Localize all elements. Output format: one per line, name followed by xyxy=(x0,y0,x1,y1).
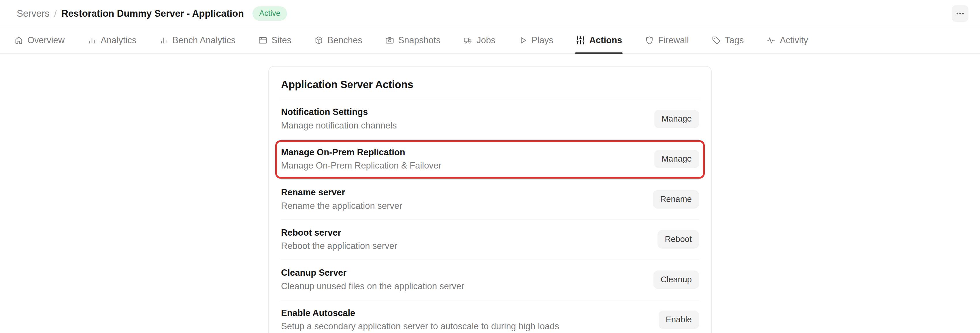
action-text: Cleanup Server Cleanup unused files on t… xyxy=(281,267,465,292)
action-row-rename-server: Rename server Rename the application ser… xyxy=(281,180,699,220)
main-content: Application Server Actions Notification … xyxy=(0,54,980,333)
panel-title: Application Server Actions xyxy=(281,67,699,99)
action-description: Rename the application server xyxy=(281,200,402,212)
action-title: Rename server xyxy=(281,187,402,198)
action-title: Cleanup Server xyxy=(281,267,465,279)
action-description: Reboot the application server xyxy=(281,241,397,252)
tab-firewall[interactable]: Firewall xyxy=(644,27,689,53)
tab-activity[interactable]: Activity xyxy=(766,27,808,53)
ellipsis-icon xyxy=(955,9,965,18)
tab-bar: Overview Analytics Bench Analytics Sites… xyxy=(0,27,980,54)
tab-bench-analytics[interactable]: Bench Analytics xyxy=(159,27,235,53)
bar-chart-icon xyxy=(87,35,97,45)
tab-actions[interactable]: Actions xyxy=(576,27,622,53)
server-actions-panel: Application Server Actions Notification … xyxy=(268,66,712,333)
tab-plays[interactable]: Plays xyxy=(518,27,554,53)
play-icon xyxy=(518,35,528,45)
tab-sites[interactable]: Sites xyxy=(258,27,291,53)
reboot-button[interactable]: Reboot xyxy=(657,230,699,249)
tab-analytics[interactable]: Analytics xyxy=(87,27,136,53)
shield-icon xyxy=(644,35,654,45)
tab-tags[interactable]: Tags xyxy=(711,27,744,53)
truck-icon xyxy=(463,35,473,45)
action-row-notification-settings: Notification Settings Manage notificatio… xyxy=(281,99,699,140)
more-options-button[interactable] xyxy=(952,5,969,22)
action-title: Manage On-Prem Replication xyxy=(281,147,442,158)
breadcrumb-separator: / xyxy=(54,8,57,19)
tab-jobs[interactable]: Jobs xyxy=(463,27,495,53)
action-title: Enable Autoscale xyxy=(281,308,559,319)
browser-window-icon xyxy=(258,35,268,45)
action-description: Manage On-Prem Replication & Failover xyxy=(281,160,442,171)
action-text: Rename server Rename the application ser… xyxy=(281,187,402,212)
tab-benches[interactable]: Benches xyxy=(314,27,362,53)
action-description: Manage notification channels xyxy=(281,120,397,132)
tab-overview[interactable]: Overview xyxy=(14,27,65,53)
page-title: Restoration Dummy Server - Application xyxy=(61,8,244,19)
action-text: Notification Settings Manage notificatio… xyxy=(281,106,397,132)
home-icon xyxy=(14,35,24,45)
manage-button[interactable]: Manage xyxy=(654,150,699,168)
sliders-icon xyxy=(576,35,585,45)
action-row-cleanup-server: Cleanup Server Cleanup unused files on t… xyxy=(281,260,699,300)
action-description: Cleanup unused files on the application … xyxy=(281,281,465,292)
action-row-enable-autoscale: Enable Autoscale Setup a secondary appli… xyxy=(281,300,699,333)
action-title: Reboot server xyxy=(281,227,397,238)
package-icon xyxy=(314,35,324,45)
cleanup-button[interactable]: Cleanup xyxy=(654,271,699,289)
action-description: Setup a secondary application server to … xyxy=(281,321,559,332)
action-text: Reboot server Reboot the application ser… xyxy=(281,227,397,252)
action-text: Enable Autoscale Setup a secondary appli… xyxy=(281,308,559,332)
camera-icon xyxy=(385,35,395,45)
action-row-reboot-server: Reboot server Reboot the application ser… xyxy=(281,220,699,260)
bar-chart-icon xyxy=(159,35,169,45)
activity-icon xyxy=(766,35,776,45)
breadcrumb-parent-link[interactable]: Servers xyxy=(17,8,49,19)
status-badge: Active xyxy=(253,6,287,21)
action-text: Manage On-Prem Replication Manage On-Pre… xyxy=(281,147,442,172)
actions-list: Notification Settings Manage notificatio… xyxy=(281,99,699,333)
action-title: Notification Settings xyxy=(281,106,397,118)
action-row-manage-on-prem-replication: Manage On-Prem Replication Manage On-Pre… xyxy=(281,140,699,180)
manage-button[interactable]: Manage xyxy=(654,110,699,128)
breadcrumb: Servers / Restoration Dummy Server - App… xyxy=(17,6,287,21)
page-header: Servers / Restoration Dummy Server - App… xyxy=(0,0,980,27)
rename-button[interactable]: Rename xyxy=(653,190,699,209)
enable-button[interactable]: Enable xyxy=(659,311,699,329)
tag-icon xyxy=(711,35,721,45)
tab-snapshots[interactable]: Snapshots xyxy=(385,27,441,53)
